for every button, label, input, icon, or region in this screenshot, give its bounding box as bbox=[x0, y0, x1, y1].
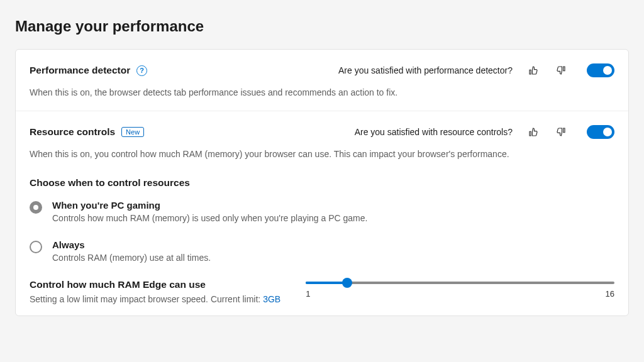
choose-when-heading: Choose when to control resources bbox=[30, 177, 614, 189]
settings-panel: Performance detector ? Are you satisfied… bbox=[15, 49, 629, 316]
radio-desc: Controls RAM (memory) use at all times. bbox=[52, 253, 211, 263]
radio-label: Always bbox=[52, 239, 211, 250]
ram-slider-desc: Setting a low limit may impact browser s… bbox=[30, 294, 280, 304]
thumbs-down-icon[interactable] bbox=[550, 123, 572, 141]
thumbs-up-icon[interactable] bbox=[523, 123, 544, 141]
page-title: Manage your performance bbox=[15, 18, 629, 35]
resource-controls-toggle[interactable] bbox=[587, 125, 614, 139]
ram-current-limit: 3GB bbox=[263, 294, 280, 304]
resource-controls-title: Resource controls bbox=[30, 126, 115, 138]
thumbs-up-icon[interactable] bbox=[523, 61, 544, 80]
thumbs-down-icon[interactable] bbox=[550, 61, 572, 80]
radio-label: When you're PC gaming bbox=[52, 200, 367, 211]
ram-slider[interactable] bbox=[306, 282, 614, 284]
resource-controls-desc: When this is on, you control how much RA… bbox=[30, 148, 614, 161]
radio-input[interactable] bbox=[30, 201, 42, 214]
performance-detector-feedback-question: Are you satisfied with performance detec… bbox=[338, 65, 513, 75]
performance-detector-section: Performance detector ? Are you satisfied… bbox=[16, 50, 628, 111]
ram-slider-title: Control how much RAM Edge can use bbox=[30, 279, 280, 290]
help-icon[interactable]: ? bbox=[136, 65, 147, 76]
ram-slider-fill bbox=[306, 282, 347, 284]
ram-slider-thumb[interactable] bbox=[342, 278, 352, 288]
radio-input[interactable] bbox=[30, 241, 42, 253]
new-badge: New bbox=[121, 127, 144, 137]
performance-detector-toggle[interactable] bbox=[587, 63, 614, 77]
radio-option-always[interactable]: Always Controls RAM (memory) use at all … bbox=[30, 239, 614, 263]
radio-option-pc-gaming[interactable]: When you're PC gaming Controls how much … bbox=[30, 200, 614, 223]
ram-slider-desc-text: Setting a low limit may impact browser s… bbox=[30, 294, 263, 304]
ram-slider-max-label: 16 bbox=[606, 289, 614, 299]
resource-controls-section: Resource controls New Are you satisfied … bbox=[16, 111, 628, 315]
resource-controls-feedback-question: Are you satisfied with resource controls… bbox=[355, 127, 513, 137]
performance-detector-title: Performance detector bbox=[30, 65, 130, 76]
performance-detector-desc: When this is on, the browser detects tab… bbox=[30, 86, 614, 99]
radio-desc: Controls how much RAM (memory) is used o… bbox=[52, 213, 367, 223]
ram-slider-min-label: 1 bbox=[306, 289, 310, 299]
